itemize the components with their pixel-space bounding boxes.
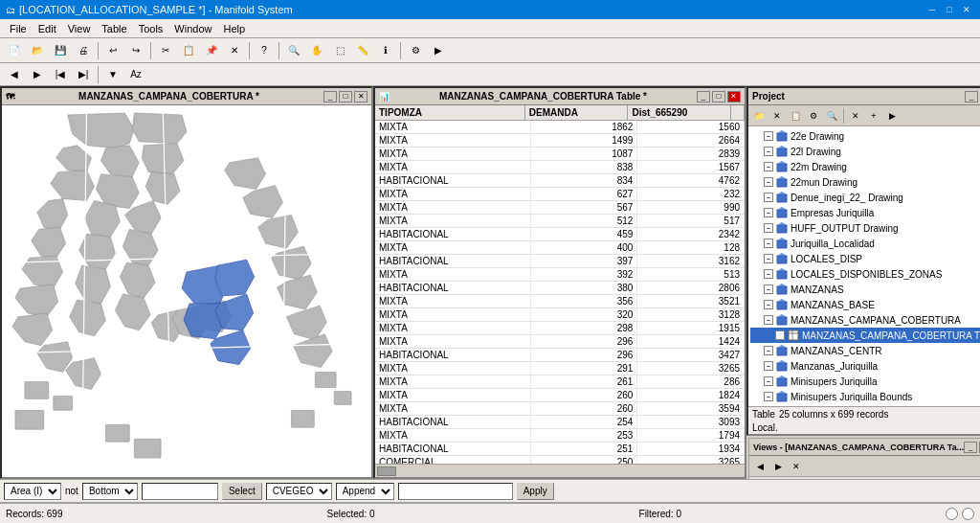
table-row[interactable]: MIXTA392513 (375, 268, 745, 282)
radio2[interactable] (962, 508, 974, 520)
radio1[interactable] (946, 508, 958, 520)
proj-tool4[interactable]: ⚙ (805, 107, 822, 125)
menu-edit[interactable]: Edit (33, 21, 62, 36)
table-row[interactable]: MIXTA2603594 (375, 402, 745, 416)
expand-icon[interactable]: − (764, 162, 773, 171)
expand-icon[interactable]: − (764, 284, 773, 294)
area-dropdown[interactable]: Area (I) (4, 483, 61, 500)
last-btn[interactable]: ▶| (73, 65, 94, 84)
append-input[interactable] (398, 483, 513, 500)
table-row[interactable]: MIXTA2601824 (375, 389, 745, 402)
table-body[interactable]: MIXTA18621560MIXTA14992664MIXTA10872839M… (375, 121, 745, 464)
tree-item[interactable]: −MANZANAS_CENTR (750, 343, 980, 358)
proj-tool1[interactable]: 📁 (750, 107, 768, 125)
table-row[interactable]: COMERCIAL2503265 (375, 456, 745, 464)
table-minimize[interactable]: _ (697, 91, 710, 102)
tree-item[interactable]: −LOCALES_DISP (750, 251, 980, 266)
tree-item[interactable]: −MANZANAS (750, 282, 980, 297)
table-row[interactable]: MIXTA627232 (375, 188, 745, 201)
table-row[interactable]: MIXTA2913265 (375, 362, 745, 375)
zoom-btn[interactable]: 🔍 (283, 41, 304, 60)
table-row[interactable]: MIXTA400128 (375, 241, 745, 255)
expand-icon[interactable]: − (764, 392, 773, 401)
map-minimize[interactable]: _ (323, 91, 337, 102)
cut-button[interactable]: ✂ (155, 41, 176, 60)
expand-icon[interactable]: − (764, 177, 773, 187)
tree-item[interactable]: +MANZANAS_CAMPANA_COBERTURA T (750, 328, 980, 343)
tree-item[interactable]: −Manzanas_Juriquilla (750, 358, 980, 374)
first-btn[interactable]: |◀ (50, 65, 71, 84)
identify-btn[interactable]: ℹ (375, 41, 396, 60)
table-row[interactable]: HABITACIONAL3802806 (375, 282, 745, 295)
table-maximize[interactable]: □ (712, 91, 725, 102)
minimize-button[interactable]: ─ (924, 3, 940, 16)
table-row[interactable]: HABITACIONAL4592342 (375, 228, 745, 241)
proj-tool2[interactable]: ✕ (768, 107, 786, 125)
select-button[interactable]: Select (222, 483, 262, 500)
delete-button[interactable]: ✕ (224, 41, 245, 60)
expand-icon[interactable]: − (764, 193, 773, 202)
close-button[interactable]: ✕ (959, 3, 974, 16)
table-row[interactable]: MIXTA512517 (375, 215, 745, 228)
map-close[interactable]: ✕ (354, 91, 368, 102)
apply-button[interactable]: Apply (517, 483, 554, 500)
menu-table[interactable]: Table (96, 21, 132, 36)
map-maximize[interactable]: □ (339, 91, 352, 102)
expand-icon[interactable]: − (764, 315, 773, 325)
save-button[interactable]: 💾 (50, 41, 71, 60)
table-close[interactable]: ✕ (727, 91, 741, 102)
table-row[interactable]: MIXTA14992664 (375, 134, 745, 148)
views-delete[interactable]: ✕ (788, 458, 805, 475)
table-row[interactable]: HABITACIONAL3973162 (375, 255, 745, 268)
tree-item[interactable]: −22m Drawing (750, 159, 980, 174)
tree-item[interactable]: −22l Drawing (750, 144, 980, 159)
menu-tools[interactable]: Tools (133, 21, 169, 36)
menu-view[interactable]: View (62, 21, 97, 36)
tree-item[interactable]: −22mun Drawing (750, 174, 980, 190)
menu-help[interactable]: Help (217, 21, 251, 36)
expand-icon[interactable]: − (764, 254, 773, 263)
tree-item[interactable]: −HUFF_OUTPUT Drawing (750, 220, 980, 236)
print-button[interactable]: 🖨 (73, 41, 94, 60)
table-row[interactable]: MIXTA2961424 (375, 335, 745, 349)
maximize-button[interactable]: □ (942, 3, 957, 16)
tree-item[interactable]: −Juriquilla_Localidad (750, 236, 980, 251)
menu-file[interactable]: File (4, 21, 33, 36)
redo-button[interactable]: ↪ (125, 41, 146, 60)
append-dropdown[interactable]: Append (336, 483, 394, 500)
menu-window[interactable]: Window (168, 21, 217, 36)
tool5[interactable]: ⚙ (405, 41, 426, 60)
undo-button[interactable]: ↩ (102, 41, 123, 60)
table-row[interactable]: MIXTA10872839 (375, 148, 745, 161)
table-row[interactable]: MIXTA261286 (375, 375, 745, 389)
views-minimize[interactable]: _ (964, 442, 977, 453)
views-forward[interactable]: ▶ (769, 458, 787, 475)
paste-button[interactable]: 📌 (201, 41, 222, 60)
expand-icon[interactable]: − (764, 361, 773, 371)
tree-item[interactable]: −Empresas Juriquilla (750, 205, 980, 220)
table-row[interactable]: MIXTA8381567 (375, 161, 745, 174)
proj-tool5[interactable]: 🔍 (823, 107, 840, 125)
table-row[interactable]: MIXTA2981915 (375, 322, 745, 335)
table-row[interactable]: MIXTA3563521 (375, 295, 745, 308)
table-row[interactable]: HABITACIONAL8344762 (375, 174, 745, 188)
table-row[interactable]: MIXTA18621560 (375, 121, 745, 134)
expand-icon[interactable]: − (764, 346, 773, 355)
tool6[interactable]: ▶ (428, 41, 449, 60)
bottom-dropdown[interactable]: Bottom (82, 483, 138, 500)
sort-btn[interactable]: Az (125, 65, 146, 84)
next-btn[interactable]: ▶ (27, 65, 48, 84)
tree-item[interactable]: −22e Drawing (750, 128, 980, 144)
expand-icon[interactable]: − (764, 208, 773, 217)
table-hscroll[interactable] (375, 464, 745, 477)
table-row[interactable]: MIXTA567990 (375, 201, 745, 215)
open-button[interactable]: 📂 (27, 41, 48, 60)
prev-btn[interactable]: ◀ (4, 65, 25, 84)
expand-icon[interactable]: + (775, 330, 785, 340)
filter-btn[interactable]: ▼ (102, 65, 123, 84)
expand-icon[interactable]: − (764, 300, 773, 309)
proj-tool8[interactable]: ▶ (883, 107, 901, 125)
cvegeo-dropdown[interactable]: CVEGEO (266, 483, 332, 500)
proj-tool3[interactable]: 📋 (787, 107, 804, 125)
expand-icon[interactable]: − (764, 147, 773, 156)
